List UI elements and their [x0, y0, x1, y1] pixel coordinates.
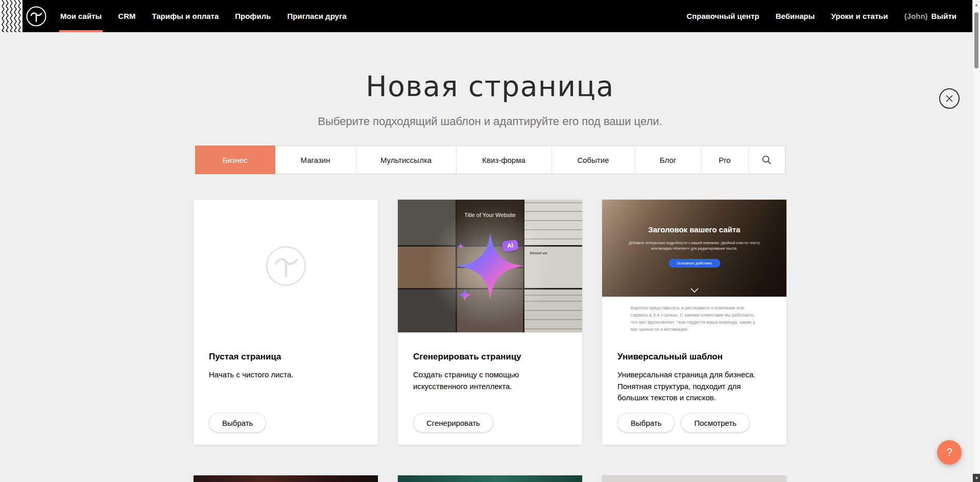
tab-quiz-form[interactable]: Квиз-форма	[457, 146, 552, 174]
template-cta-button: Основное действие	[668, 259, 720, 268]
tilda-watermark-icon	[264, 244, 308, 288]
template-preview-image	[398, 475, 582, 482]
scroll-down-arrow-icon[interactable]: ▼	[973, 474, 980, 482]
template-cards-row-2	[194, 475, 786, 482]
template-hero-subheading: Добавьте интересные подробности о вашей …	[626, 240, 762, 251]
tab-business[interactable]: Бизнес	[195, 146, 275, 174]
card-universal-template: Заголовок вашего сайта Добавьте интересн…	[602, 200, 786, 445]
generate-button[interactable]: Сгенерировать	[413, 413, 493, 432]
template-hero-heading: Заголовок вашего сайта	[602, 225, 786, 234]
page-subtitle: Выберите подходящий шаблон и адаптируйте…	[0, 115, 980, 128]
ai-badge: AI	[502, 239, 518, 252]
card-body: Универсальный шаблон Универсальная стран…	[602, 332, 786, 404]
tilda-logo-icon	[26, 6, 47, 27]
nav-invite-friend[interactable]: Пригласи друга	[279, 0, 354, 32]
template-cards-row-1: Пустая страница Начать с чистого листа. …	[194, 200, 786, 445]
tab-event[interactable]: Событие	[552, 146, 635, 174]
close-icon	[945, 94, 953, 103]
secondary-menu: Справочный центр Вебинары Уроки и статьи…	[678, 0, 980, 32]
ai-template-preview: About us Title of Your Website	[398, 200, 582, 332]
choose-button[interactable]: Выбрать	[617, 413, 675, 432]
new-page-dialog: Новая страница Выберите подходящий шабло…	[0, 70, 980, 482]
card-actions: Сгенерировать	[413, 413, 493, 432]
page-root: Мои сайты CRM Тарифы и оплата Профиль Пр…	[0, 0, 980, 482]
card-blank-page: Пустая страница Начать с чистого листа. …	[194, 200, 378, 445]
universal-template-preview: Заголовок вашего сайта Добавьте интересн…	[602, 200, 786, 332]
logout-label: Выйти	[931, 12, 957, 20]
user-name: (John)	[904, 12, 928, 20]
zigzag-pattern-icon	[0, 0, 22, 32]
tab-pro[interactable]: Pro	[702, 146, 749, 174]
template-body-text: Коротко представьтесь и расскажите о ком…	[602, 297, 786, 332]
card-body: Сгенерировать страницу Создать страницу …	[398, 332, 582, 392]
card-actions: Выбрать Посмотреть	[617, 413, 750, 432]
nav-tariffs[interactable]: Тарифы и оплата	[144, 0, 227, 32]
card-title: Универсальный шаблон	[617, 352, 771, 362]
choose-button[interactable]: Выбрать	[209, 413, 266, 432]
close-button[interactable]	[939, 88, 960, 109]
card-body: Пустая страница Начать с чистого листа.	[194, 332, 378, 381]
template-card-partial	[194, 475, 378, 482]
tilda-logo[interactable]	[26, 0, 47, 32]
search-icon	[762, 155, 771, 164]
help-button[interactable]: ?	[937, 440, 962, 465]
scrollbar-thumb[interactable]	[974, 12, 978, 68]
tab-shop[interactable]: Магазин	[275, 146, 356, 174]
card-title: Пустая страница	[209, 352, 363, 362]
nav-profile[interactable]: Профиль	[227, 0, 279, 32]
nav-webinars[interactable]: Вебинары	[768, 0, 823, 32]
template-hero-image: Заголовок вашего сайта Добавьте интересн…	[602, 200, 786, 297]
template-card-partial	[398, 475, 582, 482]
view-button[interactable]: Посмотреть	[681, 413, 750, 432]
nav-logout[interactable]: (John) Выйти	[896, 0, 965, 32]
chevron-down-icon	[690, 288, 699, 293]
template-category-tabs: Бизнес Магазин Мультиссылка Квиз-форма С…	[195, 146, 785, 174]
template-preview-image	[194, 475, 378, 482]
card-description: Универсальная страница для бизнеса. Поня…	[617, 369, 771, 404]
tab-blog[interactable]: Блог	[635, 146, 702, 174]
card-ai-generate: About us Title of Your Website	[398, 200, 582, 445]
vertical-scrollbar[interactable]: ▲ ▼	[972, 0, 980, 482]
scroll-up-arrow-icon[interactable]: ▲	[973, 3, 980, 7]
nav-my-sites[interactable]: Мои сайты	[52, 0, 110, 32]
zigzag-svg	[0, 0, 22, 32]
card-actions: Выбрать	[209, 413, 266, 432]
main-menu: Мои сайты CRM Тарифы и оплата Профиль Пр…	[52, 0, 355, 32]
ai-sparkle-small-icon	[458, 288, 471, 302]
tab-multilink[interactable]: Мультиссылка	[356, 146, 457, 174]
nav-crm[interactable]: CRM	[110, 0, 144, 32]
template-preview-image	[602, 475, 786, 482]
card-title: Сгенерировать страницу	[413, 352, 567, 362]
nav-lessons[interactable]: Уроки и статьи	[823, 0, 896, 32]
ai-sparkle-tiny-icon	[457, 243, 464, 250]
nav-help-center[interactable]: Справочный центр	[678, 0, 767, 32]
page-title: Новая страница	[0, 70, 980, 103]
card-description: Создать страницу с помощью искусственног…	[413, 369, 567, 392]
tab-search[interactable]	[749, 146, 785, 174]
blank-page-preview	[194, 200, 378, 332]
card-description: Начать с чистого листа.	[209, 369, 363, 381]
top-navbar: Мои сайты CRM Тарифы и оплата Профиль Пр…	[0, 0, 980, 32]
template-card-partial	[602, 475, 786, 482]
